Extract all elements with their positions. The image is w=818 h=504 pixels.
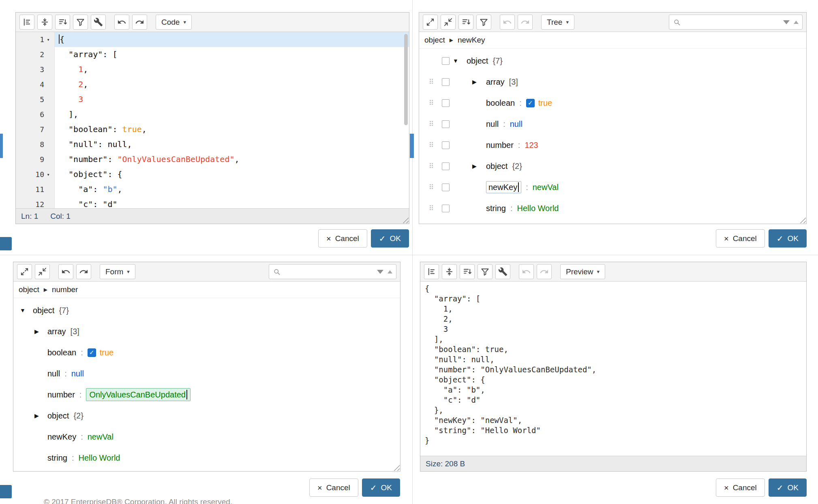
node-value[interactable]: null xyxy=(71,369,84,378)
search-input[interactable] xyxy=(684,18,780,26)
code-line[interactable]: "c": "d" xyxy=(55,197,409,208)
undo-button[interactable] xyxy=(519,264,534,279)
ok-button[interactable]: ✓OK xyxy=(769,229,807,248)
drag-handle-icon[interactable]: ⠿ xyxy=(424,99,438,107)
code-line[interactable]: "null": null, xyxy=(55,137,409,152)
node-value[interactable]: OnlyValuesCanBeUpdated xyxy=(89,390,186,399)
format-button[interactable] xyxy=(424,264,439,279)
expand-toggle-icon[interactable]: ▶ xyxy=(472,163,486,169)
search-next-icon[interactable] xyxy=(377,270,383,274)
redo-button[interactable] xyxy=(132,15,147,30)
ok-button[interactable]: ✓OK xyxy=(371,229,409,248)
mode-select-preview[interactable]: Preview ▾ xyxy=(560,264,605,279)
code-line[interactable]: 3 xyxy=(55,92,409,107)
ok-button[interactable]: ✓OK xyxy=(362,478,400,497)
code-line[interactable]: 2, xyxy=(55,77,409,92)
format-button[interactable] xyxy=(19,15,34,30)
value-edit-field[interactable]: OnlyValuesCanBeUpdated xyxy=(86,388,191,401)
cancel-button[interactable]: ×Cancel xyxy=(309,478,358,497)
node-key[interactable]: null xyxy=(486,120,499,129)
code-line[interactable]: "number": "OnlyValuesCanBeUpdated", xyxy=(55,152,409,167)
context-menu-button[interactable] xyxy=(442,57,450,65)
node-value[interactable]: Hello World xyxy=(78,453,120,463)
undo-button[interactable] xyxy=(58,264,73,279)
vertical-scrollbar[interactable] xyxy=(404,34,408,125)
undo-button[interactable] xyxy=(500,15,515,30)
ok-button[interactable]: ✓OK xyxy=(769,478,807,497)
code-line[interactable]: "object": { xyxy=(55,167,409,182)
search-previous-icon[interactable] xyxy=(794,21,799,24)
breadcrumb-item[interactable]: object xyxy=(424,36,445,45)
node-key[interactable]: object xyxy=(467,56,488,66)
transform-button[interactable] xyxy=(476,15,491,30)
node-value[interactable]: newVal xyxy=(533,183,559,192)
code-content[interactable]: { "array": [ 1, 2, 3 ], "boolean": true,… xyxy=(55,32,409,208)
context-menu-button[interactable] xyxy=(442,99,450,107)
context-menu-button[interactable] xyxy=(442,78,450,86)
expand-toggle-icon[interactable]: ▶ xyxy=(34,328,47,335)
repair-button[interactable] xyxy=(91,15,106,30)
breadcrumb-item[interactable]: newKey xyxy=(458,36,485,45)
node-value[interactable]: true xyxy=(538,98,552,108)
transform-button[interactable] xyxy=(478,264,493,279)
cancel-button[interactable]: ×Cancel xyxy=(716,478,765,497)
context-menu-button[interactable] xyxy=(442,120,450,128)
mode-select-form[interactable]: Form ▾ xyxy=(100,264,135,279)
collapse-all-button[interactable] xyxy=(441,15,456,30)
collapse-all-button[interactable] xyxy=(35,264,50,279)
mode-select-tree[interactable]: Tree ▾ xyxy=(541,15,574,30)
node-value[interactable]: true xyxy=(100,348,113,357)
node-value[interactable]: 123 xyxy=(525,141,538,150)
context-menu-button[interactable] xyxy=(442,184,450,191)
drag-handle-icon[interactable]: ⠿ xyxy=(424,120,438,128)
breadcrumb-item[interactable]: object xyxy=(19,285,39,294)
fold-icon[interactable]: ▾ xyxy=(44,172,52,177)
sort-button[interactable] xyxy=(458,15,473,30)
undo-button[interactable] xyxy=(114,15,129,30)
boolean-checkbox[interactable]: ✓ xyxy=(88,348,96,357)
expand-toggle-icon[interactable]: ▶ xyxy=(34,412,47,419)
mode-select-code[interactable]: Code ▾ xyxy=(156,15,192,30)
expand-all-button[interactable] xyxy=(17,264,32,279)
search-previous-icon[interactable] xyxy=(388,270,392,273)
repair-button[interactable] xyxy=(495,264,510,279)
drag-handle-icon[interactable]: ⠿ xyxy=(424,183,438,192)
boolean-checkbox[interactable]: ✓ xyxy=(526,99,535,107)
redo-button[interactable] xyxy=(537,264,552,279)
collapse-toggle-icon[interactable]: ▼ xyxy=(453,58,467,64)
expand-all-button[interactable] xyxy=(423,15,438,30)
node-value[interactable]: null xyxy=(510,120,522,129)
context-menu-button[interactable] xyxy=(442,205,450,212)
code-line[interactable]: "array": [ xyxy=(55,47,409,62)
compact-button[interactable] xyxy=(37,15,52,30)
cancel-button[interactable]: ×Cancel xyxy=(716,229,765,248)
compact-button[interactable] xyxy=(442,264,457,279)
code-line[interactable]: "boolean": true, xyxy=(55,122,409,137)
node-key[interactable]: array xyxy=(486,77,505,87)
drag-handle-icon[interactable]: ⠿ xyxy=(424,141,438,149)
redo-button[interactable] xyxy=(518,15,533,30)
node-value[interactable]: Hello World xyxy=(517,204,559,213)
code-line[interactable]: 1, xyxy=(55,62,409,77)
breadcrumb-item[interactable]: number xyxy=(52,285,78,294)
drag-handle-icon[interactable]: ⠿ xyxy=(424,204,438,213)
sort-button[interactable] xyxy=(55,15,70,30)
search-next-icon[interactable] xyxy=(783,20,790,24)
node-key[interactable]: newKey xyxy=(488,183,517,192)
sort-button[interactable] xyxy=(460,264,475,279)
transform-button[interactable] xyxy=(73,15,88,30)
node-key[interactable]: string xyxy=(486,204,506,213)
code-area[interactable]: 1▾ 2 3 4 5 6 7 8 9 10▾ 11 12 { "array": … xyxy=(16,32,409,208)
search-input[interactable] xyxy=(284,267,374,276)
key-edit-field[interactable]: newKey xyxy=(486,181,521,193)
cancel-button[interactable]: ×Cancel xyxy=(318,229,367,248)
collapse-toggle-icon[interactable]: ▼ xyxy=(20,307,33,314)
node-value[interactable]: newVal xyxy=(88,432,113,442)
code-line[interactable]: "a": "b", xyxy=(55,182,409,197)
expand-toggle-icon[interactable]: ▶ xyxy=(472,79,486,85)
node-key[interactable]: object xyxy=(486,162,508,171)
node-key[interactable]: number xyxy=(486,141,514,150)
context-menu-button[interactable] xyxy=(442,162,450,170)
fold-icon[interactable]: ▾ xyxy=(44,37,52,43)
code-line-active[interactable]: { xyxy=(55,32,409,47)
